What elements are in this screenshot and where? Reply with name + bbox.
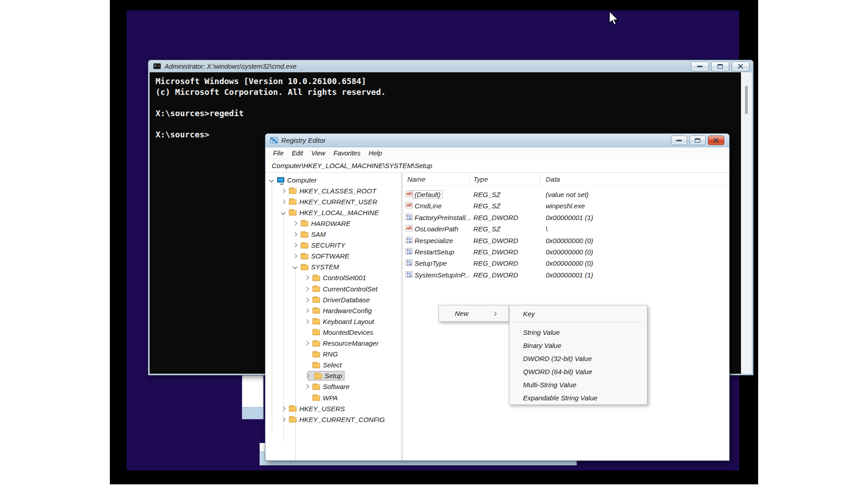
submenu-item-multi-string-value[interactable]: Multi-String Value — [511, 379, 646, 392]
string-value-icon: ab — [406, 191, 413, 197]
tree-item-label: Software — [323, 383, 349, 390]
menu-separator — [513, 322, 643, 323]
submenu-item-qword-64-bit-value[interactable]: QWORD (64-bit) Value — [511, 366, 646, 379]
submenu-item-label: Expandable String Value — [523, 394, 598, 402]
tree-item-label: Setup — [325, 372, 342, 380]
value-row-osloaderpath[interactable]: abOsLoaderPathREG_SZ\ — [403, 224, 729, 235]
tree-item-software[interactable]: SOFTWARE — [293, 251, 349, 262]
tree-item-hkey-current-user[interactable]: HKEY_CURRENT_USER — [282, 196, 377, 207]
tree-item-select[interactable]: Select — [305, 360, 342, 371]
value-row--default-[interactable]: ab(Default)REG_SZ(value not set) — [403, 189, 729, 201]
value-row-setuptype[interactable]: 011110SetupTypeREG_DWORD0x00000000 (0) — [403, 258, 729, 269]
tree-item-wpa[interactable]: WPA — [305, 392, 338, 403]
submenu-item-binary-value[interactable]: Binary Value — [511, 339, 646, 352]
tree-item-hkey-users[interactable]: HKEY_USERS — [282, 403, 345, 414]
tree-item-controlset001[interactable]: ControlSet001 — [305, 272, 366, 283]
registry-minimize-button[interactable] — [671, 136, 687, 145]
menu-edit[interactable]: Edit — [288, 148, 307, 158]
folder-icon — [301, 232, 308, 238]
tree-item-content[interactable]: ControlSet001 — [308, 274, 366, 282]
submenu-item-string-value[interactable]: String Value — [511, 326, 646, 339]
new-submenu: KeyString ValueBinary ValueDWORD (32-bit… — [509, 305, 647, 405]
context-menu-item-new[interactable]: New — [439, 306, 509, 321]
menu-help[interactable]: Help — [364, 148, 386, 158]
tree-item-software[interactable]: Software — [305, 381, 349, 392]
tree-item-driverdatabase[interactable]: DriverDatabase — [305, 294, 370, 305]
tree-item-content[interactable]: Keyboard Layout — [308, 318, 374, 325]
tree-item-sam[interactable]: SAM — [293, 229, 326, 240]
cmd-titlebar[interactable]: C:\ Administrator: X:\windows\system32\c… — [148, 60, 753, 72]
menu-file[interactable]: File — [269, 148, 288, 158]
submenu-item-dword-32-bit-value[interactable]: DWORD (32-bit) Value — [511, 352, 646, 366]
tree-item-content[interactable]: SECURITY — [297, 241, 345, 249]
tree-item-content[interactable]: Software — [308, 383, 349, 390]
tree-item-hkey-current-config[interactable]: HKEY_CURRENT_CONFIG — [282, 414, 385, 425]
menu-favorites[interactable]: Favorites — [330, 148, 365, 158]
tree-item-content[interactable]: HKEY_CLASSES_ROOT — [285, 187, 376, 195]
tree-item-content[interactable]: HKEY_LOCAL_MACHINE — [285, 209, 379, 216]
tree-item-mounteddevices[interactable]: MountedDevices — [305, 327, 373, 338]
tree-item-computer[interactable]: Computer — [270, 174, 317, 185]
value-row-systemsetupinp-[interactable]: 011110SystemSetupInP...REG_DWORD0x000000… — [403, 270, 729, 281]
hidden-setup-dialog-fragment — [242, 371, 264, 419]
tree-item-setup[interactable]: Setup — [305, 371, 344, 381]
tree-item-security[interactable]: SECURITY — [293, 240, 345, 251]
value-row-cmdline[interactable]: abCmdLineREG_SZwinpeshl.exe — [403, 201, 729, 212]
submenu-item-key[interactable]: Key — [511, 308, 646, 321]
minimize-icon — [697, 66, 703, 67]
tree-item-currentcontrolset[interactable]: CurrentControlSet — [305, 283, 377, 294]
tree-item-hardwareconfig[interactable]: HardwareConfig — [305, 305, 372, 316]
column-header-type[interactable]: Type — [473, 175, 488, 183]
tree-item-keyboard-layout[interactable]: Keyboard Layout — [305, 316, 374, 327]
submenu-item-expandable-string-value[interactable]: Expandable String Value — [511, 392, 646, 405]
column-header-data[interactable]: Data — [546, 175, 560, 183]
tree-item-content[interactable]: SYSTEM — [297, 263, 339, 271]
cmd-maximize-button[interactable] — [711, 61, 729, 71]
registry-close-button[interactable] — [708, 136, 724, 145]
tree-item-content[interactable]: ResourceManager — [308, 339, 378, 347]
tree-item-content[interactable]: HKEY_CURRENT_CONFIG — [285, 416, 385, 423]
tree-item-label: Keyboard Layout — [323, 318, 374, 325]
tree-item-rng[interactable]: RNG — [305, 349, 338, 360]
registry-menubar: FileEditViewFavoritesHelp — [265, 147, 729, 159]
menu-view[interactable]: View — [307, 148, 329, 158]
registry-tree-panel[interactable]: ComputerHKEY_CLASSES_ROOTHKEY_CURRENT_US… — [265, 173, 401, 460]
tree-item-hkey-classes-root[interactable]: HKEY_CLASSES_ROOT — [282, 185, 376, 196]
tree-selection[interactable]: Setup — [308, 371, 344, 380]
column-header-name[interactable]: Name — [407, 175, 425, 183]
tree-item-content[interactable]: HKEY_CURRENT_USER — [285, 198, 377, 206]
console-scrollbar[interactable] — [741, 72, 752, 374]
tree-item-content[interactable]: HardwareConfig — [308, 307, 372, 314]
mouse-cursor — [609, 11, 619, 26]
value-row-restartsetup[interactable]: 011110RestartSetupREG_DWORD0x00000000 (0… — [403, 247, 729, 258]
cmd-close-button[interactable] — [731, 61, 750, 71]
cmd-minimize-button[interactable] — [691, 61, 709, 71]
tree-item-content[interactable]: Select — [308, 361, 342, 369]
tree-item-system[interactable]: SYSTEM — [293, 262, 339, 272]
tree-guide-line — [272, 184, 272, 433]
registry-maximize-button[interactable] — [689, 136, 706, 145]
value-row-respecialize[interactable]: 011110RespecializeREG_DWORD0x00000000 (0… — [403, 235, 729, 247]
value-row-factorypreinstall-[interactable]: 011110FactoryPreInstall...REG_DWORD0x000… — [403, 212, 729, 224]
tree-item-content[interactable]: DriverDatabase — [308, 296, 370, 304]
tree-item-content[interactable]: WPA — [308, 394, 338, 402]
tree-item-hardware[interactable]: HARDWARE — [293, 218, 350, 229]
tree-item-resourcemanager[interactable]: ResourceManager — [305, 338, 378, 349]
tree-item-content[interactable]: MountedDevices — [308, 328, 373, 336]
tree-item-content[interactable]: Computer — [273, 176, 317, 184]
tree-item-content[interactable]: SAM — [297, 230, 326, 238]
tree-item-label: Select — [323, 361, 342, 369]
tree-item-content[interactable]: RNG — [308, 350, 338, 358]
console-scrollbar-thumb[interactable] — [745, 86, 748, 114]
tree-item-content[interactable]: SOFTWARE — [297, 252, 349, 260]
registry-address-bar[interactable]: Computer\HKEY_LOCAL_MACHINE\SYSTEM\Setup — [265, 159, 729, 173]
tree-item-content[interactable]: HARDWARE — [297, 220, 350, 227]
tree-item-content[interactable]: HKEY_USERS — [285, 405, 345, 413]
column-separator[interactable] — [470, 174, 470, 185]
registry-titlebar[interactable]: Registry Editor — [265, 134, 729, 147]
console-line: Microsoft Windows [Version 10.0.26100.65… — [156, 76, 366, 86]
column-separator[interactable] — [540, 174, 540, 185]
console-line: (c) Microsoft Corporation. All rights re… — [156, 87, 386, 97]
tree-item-content[interactable]: CurrentControlSet — [308, 285, 377, 293]
tree-item-hkey-local-machine[interactable]: HKEY_LOCAL_MACHINE — [282, 207, 379, 218]
